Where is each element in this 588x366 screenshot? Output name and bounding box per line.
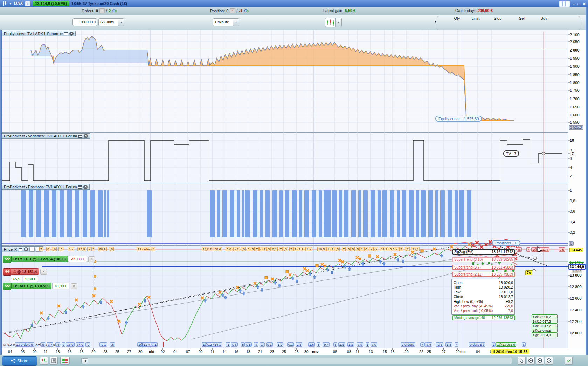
collapse-arrow-icon[interactable]: ► bbox=[434, 20, 437, 23]
restore-window-icon[interactable] bbox=[19, 248, 22, 251]
order-marker-label: s bbox=[62, 342, 65, 347]
positions-panel-tab[interactable]: ProBacktest - Positions: TV1 ADX L Forum… bbox=[2, 184, 90, 190]
order-history-label: ,3 bbox=[283, 247, 288, 251]
minimize-button[interactable]: – bbox=[573, 2, 575, 6]
news-icon[interactable] bbox=[50, 357, 58, 365]
latent-gain-label: Latent gain: bbox=[323, 8, 344, 13]
order-marker-label: ,7,4 bbox=[424, 342, 432, 347]
ohlc-value: 13 011,0 bbox=[499, 290, 513, 294]
order-marker-label: 5 bbox=[366, 342, 369, 347]
order-history-label: - bbox=[259, 247, 262, 251]
order-history-label: 0 bbox=[364, 247, 368, 251]
order-marker-label: 5 bbox=[241, 342, 245, 347]
wrench-icon[interactable]: ⚒ bbox=[60, 32, 63, 36]
equity-panel-tab[interactable]: Equity curve: TV1 ADX L Forum ⚒ ✕ bbox=[2, 31, 76, 36]
tv-variable-box: TV 7 bbox=[503, 150, 519, 157]
order-marker-label: 2,5 bbox=[338, 342, 345, 347]
chevron-down-icon[interactable]: ▼ bbox=[233, 19, 239, 26]
share-button[interactable]: Share bbox=[2, 356, 37, 366]
order-label[interactable]: B:TrSTP 1 @ 13 236,4 (100,0) bbox=[11, 256, 68, 262]
chevron-down-icon[interactable]: ▼ bbox=[335, 18, 341, 27]
order-marker-label: 0,1 bbox=[287, 342, 294, 347]
cancel-orders-icon[interactable]: ✕ bbox=[99, 8, 105, 13]
equity-axis-label: 1 900 bbox=[570, 64, 580, 68]
sell-label: Sell bbox=[512, 16, 532, 20]
trading-window: ▼ DAX i 13 144,9 (+0,57%) 18:55:37 Tyskl… bbox=[0, 0, 588, 366]
time-axis-tick: 16 bbox=[68, 350, 72, 354]
keyboard-icon[interactable] bbox=[559, 1, 570, 7]
price-panel-tab[interactable]: Price ⚒ ✕ ↓ ↑ bbox=[2, 246, 43, 252]
units-mode-select[interactable]: (x) units ▼ bbox=[98, 18, 124, 26]
close-icon[interactable]: ✕ bbox=[84, 134, 88, 138]
order-marker-label: s 6 bbox=[231, 342, 238, 347]
order-marker-label: s 5 bbox=[245, 342, 252, 347]
close-icon[interactable]: ✕ bbox=[71, 283, 77, 289]
close-icon[interactable]: ✕ bbox=[40, 269, 47, 275]
zoom-fit-icon[interactable]: ▭ bbox=[545, 357, 553, 365]
indicator-value: 13 161,14742 bbox=[492, 250, 513, 254]
chart-type-button[interactable]: ▼ bbox=[325, 18, 342, 27]
indicator-name: SuperTrend (3,7) bbox=[454, 265, 481, 269]
equity-tooltip-value: 1 525,30 bbox=[464, 117, 479, 121]
order-label[interactable]: B:LMT 1 @ 13 072,5 bbox=[11, 283, 51, 289]
order-history-label: s 2 bbox=[233, 247, 240, 251]
order-marker-label: ,5 bbox=[226, 342, 230, 347]
positions-tooltip-value: 0 bbox=[515, 241, 517, 245]
restore-window-icon[interactable] bbox=[64, 32, 68, 35]
ohlc-value: +9,2 bbox=[506, 299, 513, 304]
position-gears-icon[interactable]: ⚙⚙ bbox=[244, 8, 248, 13]
position-label[interactable]: -1 @ 13 151,4 bbox=[11, 268, 39, 275]
cursor-tool-icon[interactable] bbox=[518, 357, 526, 365]
trading-mode-icon[interactable] bbox=[40, 357, 48, 365]
zoom-out-icon[interactable]: − bbox=[527, 357, 535, 365]
mini-chart-icon[interactable] bbox=[565, 357, 573, 365]
order-gear-icon[interactable]: ⚙⚙ bbox=[3, 256, 11, 263]
instrument-name[interactable]: DAX bbox=[14, 1, 23, 6]
close-button[interactable]: ✕ bbox=[583, 2, 586, 6]
order-gear-icon[interactable]: ⚙⚙ bbox=[3, 268, 11, 276]
close-position-icon[interactable]: ✕ bbox=[230, 8, 235, 13]
horizontal-scrollbar[interactable]: ◀ bbox=[81, 358, 512, 364]
indicator-info-box: ZigZag (5%)13 161,14742 bbox=[452, 249, 515, 255]
restore-window-icon[interactable] bbox=[78, 185, 82, 189]
variables-panel-tab[interactable]: ProBacktest - Variables: TV1 ADX L Forum… bbox=[2, 133, 90, 139]
time-axis[interactable]: 040609111316182023252730okt0204070911141… bbox=[2, 348, 586, 355]
instrument-dropdown-arrow[interactable]: ▼ bbox=[9, 2, 12, 5]
order-gear-icon[interactable]: ⚙⚙ bbox=[3, 283, 11, 290]
chevron-down-icon[interactable]: ▼ bbox=[118, 19, 124, 26]
order-history-label: 19,5 bbox=[317, 247, 326, 251]
status-toolbar: Orders: 0 ✕ / 2 ⚙⚙ Position: 0 ✕ / -1 ⚙⚙… bbox=[0, 7, 588, 15]
orders-label: Orders: bbox=[82, 9, 95, 13]
value-axis-column[interactable] bbox=[568, 30, 586, 355]
orders-gears-icon[interactable]: ⚙⚙ bbox=[112, 8, 116, 13]
zoom-in-icon[interactable]: + bbox=[536, 357, 544, 365]
units-input[interactable]: 100000 ▲▼ bbox=[72, 18, 97, 26]
order-history-label: 5 bbox=[351, 247, 355, 251]
restore-window-icon[interactable] bbox=[78, 135, 82, 138]
chart-toolbar: 100000 ▲▼ (x) units ▼ 1 minute ▼ ▼ ► ⚒ Q… bbox=[0, 15, 588, 30]
ohlc-row: Low13 011,0 bbox=[454, 290, 513, 294]
sell-arrow-icon[interactable]: ↓ bbox=[29, 247, 35, 252]
info-icon[interactable]: i bbox=[25, 1, 30, 6]
maximize-button[interactable]: □ bbox=[577, 2, 580, 6]
position-group: Position: 0 ✕ / -1 ⚙⚙ bbox=[210, 8, 248, 13]
order-history-label: 3 bbox=[267, 247, 271, 251]
orderbook-icon[interactable] bbox=[60, 357, 70, 365]
wrench-icon[interactable]: ⚒ bbox=[14, 248, 17, 251]
window-right-edge[interactable] bbox=[586, 7, 588, 355]
active-order-label: s 5 bbox=[559, 247, 565, 252]
ohlc-label: Open bbox=[454, 280, 463, 285]
close-icon[interactable]: ✕ bbox=[88, 256, 95, 262]
scroll-left-icon[interactable]: ◀ bbox=[82, 358, 88, 364]
order-marker-label: 36,9 bbox=[66, 342, 75, 347]
units-spinner[interactable]: ▲▼ bbox=[94, 20, 97, 24]
close-icon[interactable]: ✕ bbox=[69, 32, 74, 36]
time-axis-tick: 28 bbox=[295, 350, 299, 354]
close-icon[interactable]: ✕ bbox=[24, 247, 28, 251]
close-icon[interactable]: ✕ bbox=[83, 185, 88, 189]
positions-panel bbox=[2, 183, 568, 246]
order-history-label: 1 bbox=[360, 247, 364, 251]
order-history-label: 3,6 bbox=[389, 247, 395, 251]
timeframe-select[interactable]: 1 minute ▼ bbox=[213, 18, 239, 26]
gain-today-label: Gain today: bbox=[455, 8, 475, 13]
